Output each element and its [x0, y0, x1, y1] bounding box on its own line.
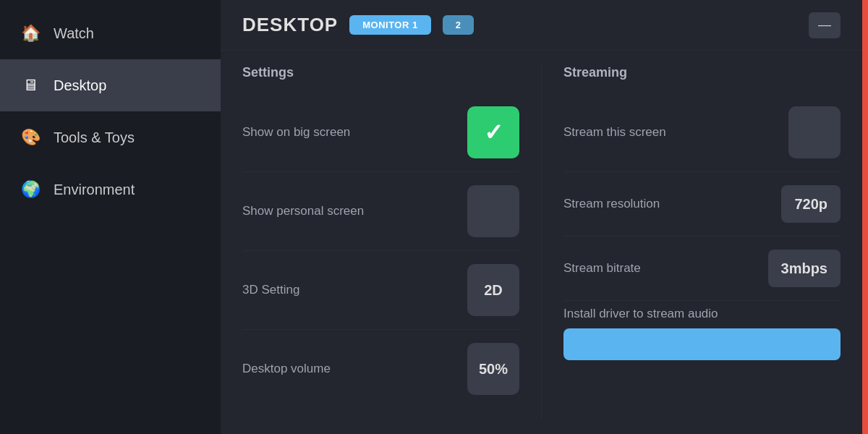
sidebar-item-label: Environment [54, 182, 135, 198]
sidebar-item-desktop[interactable]: 🖥 Desktop [0, 59, 221, 111]
stream-bitrate-label: Stream bitrate [563, 261, 641, 276]
desktop-icon: 🖥 [20, 75, 41, 95]
sidebar: 🏠 Watch 🖥 Desktop 🎨 Tools & Toys 🌍 Envir… [0, 0, 221, 434]
setting-label-big-screen: Show on big screen [242, 125, 350, 140]
big-screen-checkbox[interactable]: ✓ [467, 106, 519, 158]
settings-column: Settings Show on big screen ✓ Show perso… [242, 65, 519, 420]
sidebar-item-environment[interactable]: 🌍 Environment [0, 163, 221, 216]
volume-button[interactable]: 50% [467, 343, 519, 395]
install-driver-button[interactable] [563, 328, 841, 360]
3d-setting-button[interactable]: 2D [467, 264, 519, 316]
checkmark-icon: ✓ [484, 119, 503, 146]
streaming-row-resolution: Stream resolution 720p [563, 172, 841, 237]
streaming-column: Streaming Stream this screen Stream reso… [563, 65, 841, 420]
setting-row-volume: Desktop volume 50% [242, 330, 519, 408]
content-area: Settings Show on big screen ✓ Show perso… [221, 51, 862, 434]
right-accent-bar [862, 0, 868, 434]
minimize-button[interactable]: — [809, 12, 841, 38]
setting-row-3d: 3D Setting 2D [242, 251, 519, 330]
header: DESKTOP MONITOR 1 2 — [221, 0, 862, 51]
sidebar-item-tools[interactable]: 🎨 Tools & Toys [0, 111, 221, 163]
main-content: DESKTOP MONITOR 1 2 — Settings Show on b… [221, 0, 862, 434]
globe-icon: 🌍 [20, 179, 41, 200]
stream-bitrate-button[interactable]: 3mbps [768, 250, 841, 287]
stream-resolution-label: Stream resolution [563, 197, 660, 211]
streaming-row-stream-screen: Stream this screen [563, 93, 841, 172]
setting-label-volume: Desktop volume [242, 362, 331, 376]
sidebar-item-label: Watch [54, 25, 94, 42]
stream-screen-checkbox[interactable] [788, 106, 841, 158]
monitor1-tab[interactable]: MONITOR 1 [349, 15, 431, 35]
setting-label-personal-screen: Show personal screen [242, 204, 364, 218]
sidebar-item-label: Desktop [54, 77, 106, 94]
sidebar-item-watch[interactable]: 🏠 Watch [0, 7, 221, 59]
streaming-row-bitrate: Stream bitrate 3mbps [563, 237, 841, 301]
stream-resolution-button[interactable]: 720p [781, 185, 841, 223]
home-icon: 🏠 [20, 23, 41, 43]
install-section: Install driver to stream audio [563, 307, 841, 360]
streaming-title: Streaming [563, 65, 841, 80]
palette-icon: 🎨 [20, 127, 41, 148]
install-driver-label: Install driver to stream audio [563, 307, 841, 321]
sidebar-item-label: Tools & Toys [54, 129, 135, 146]
monitor2-tab[interactable]: 2 [443, 15, 475, 35]
settings-title: Settings [242, 65, 519, 80]
column-divider [541, 65, 542, 420]
setting-row-personal-screen: Show personal screen [242, 172, 519, 251]
page-title: DESKTOP [242, 14, 338, 36]
setting-row-big-screen: Show on big screen ✓ [242, 93, 519, 172]
personal-screen-checkbox[interactable] [467, 185, 519, 237]
minimize-icon: — [818, 17, 831, 33]
stream-this-screen-label: Stream this screen [563, 125, 666, 140]
setting-label-3d: 3D Setting [242, 283, 299, 297]
